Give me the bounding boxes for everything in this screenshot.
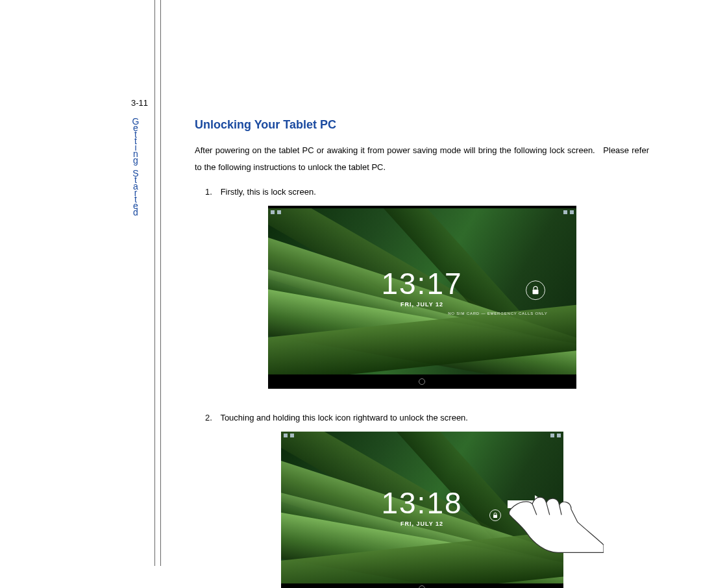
swipe-arrow-icon (508, 497, 550, 511)
nav-bar (281, 583, 563, 588)
status-bar (268, 208, 576, 216)
screenshot-1-wrap: 13:17 FRI, JULY 12 NO SIM CARD — EMERGEN… (195, 206, 649, 391)
margin-rule-2 (160, 0, 161, 566)
screenshot-2-screen: 13:18 FRI, JULY 12 (281, 432, 563, 583)
step-2: 2. Touching and holding this lock icon r… (195, 410, 649, 426)
status-icon (277, 210, 281, 214)
wifi-icon (563, 210, 567, 214)
lock-icon[interactable] (489, 509, 501, 521)
lockscreen-date: FRI, JULY 12 (268, 301, 576, 308)
home-icon[interactable] (419, 585, 425, 588)
section-label: Getting Started (131, 118, 141, 215)
battery-icon (557, 434, 561, 437)
page-number: 3-11 (131, 98, 148, 108)
nav-bar (268, 374, 576, 389)
step-1-number: 1. (205, 184, 218, 201)
battery-icon (570, 210, 574, 214)
tablet-screenshot-1: 13:17 FRI, JULY 12 NO SIM CARD — EMERGEN… (268, 206, 576, 389)
step-2-number: 2. (205, 410, 218, 426)
page-heading: Unlocking Your Tablet PC (195, 118, 649, 132)
status-bar (281, 432, 563, 439)
content-area: Unlocking Your Tablet PC After powering … (195, 118, 649, 588)
status-icon (290, 434, 294, 437)
margin-rule-1 (154, 0, 155, 566)
svg-rect-0 (532, 289, 538, 294)
intro-text: After powering on the tablet PC or awaki… (195, 142, 649, 176)
lock-icon[interactable] (526, 280, 545, 300)
status-icon (271, 210, 275, 214)
step-1: 1. Firstly, this is lock screen. (195, 184, 649, 201)
step-2-text: Touching and holding this lock icon righ… (220, 413, 468, 423)
manual-page: 3-11 Getting Started Unlocking Your Tabl… (0, 0, 701, 588)
screenshot-2-wrap: 13:18 FRI, JULY 12 (195, 432, 649, 588)
step-1-text: Firstly, this is lock screen. (221, 187, 316, 197)
svg-rect-1 (493, 515, 497, 518)
status-icon (284, 434, 288, 437)
wifi-icon (550, 434, 554, 437)
lockscreen-date: FRI, JULY 12 (281, 521, 563, 527)
sim-status-text: NO SIM CARD — EMERGENCY CALLS ONLY (448, 312, 547, 315)
tablet-screenshot-2: 13:18 FRI, JULY 12 (281, 432, 563, 588)
home-icon[interactable] (419, 378, 425, 385)
screenshot-1-screen: 13:17 FRI, JULY 12 NO SIM CARD — EMERGEN… (268, 208, 576, 374)
